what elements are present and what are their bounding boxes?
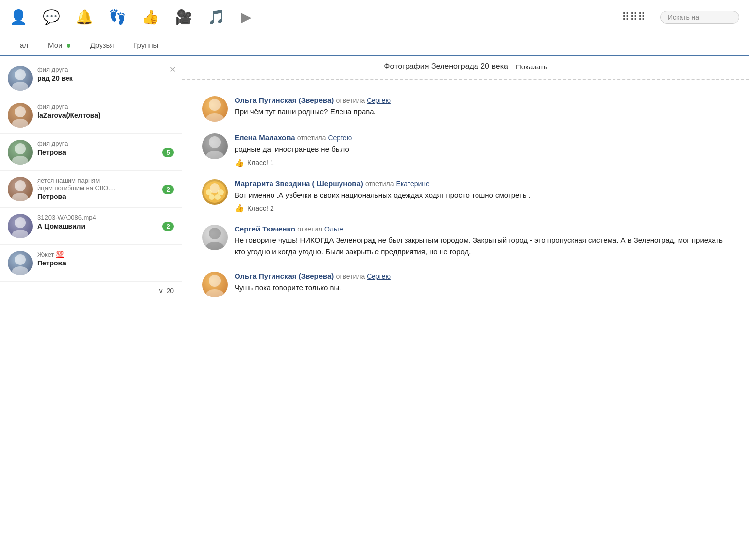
sidebar-item-1[interactable]: фия друга рад 20 век ✕	[0, 60, 182, 97]
thumbs-up-icon-2: 👍	[235, 158, 244, 167]
author-olga-1[interactable]: Ольга Пугинская (Зверева)	[235, 96, 334, 104]
author-elena[interactable]: Елена Малахова	[235, 133, 295, 142]
sidebar-label-6: Жжет 💯	[37, 251, 174, 258]
avatar-2	[8, 103, 33, 128]
comment-item-4: Сергей Ткаченко ответил Ольге Не говорит…	[202, 225, 729, 260]
search-box[interactable]: Искать на	[660, 11, 739, 24]
reply-prefix-3: ответила	[365, 180, 396, 188]
reply-to-4[interactable]: Ольге	[324, 225, 343, 233]
svg-point-22	[209, 228, 221, 239]
tab-gruppy[interactable]: Группы	[124, 37, 168, 53]
reply-to-2[interactable]: Сергею	[328, 134, 352, 142]
sidebar-count: 20	[166, 287, 174, 295]
search-placeholder: Искать на	[668, 13, 699, 21]
sidebar-text-2: фия друга laZarova(Желтова)	[37, 103, 174, 119]
svg-point-2	[15, 106, 26, 117]
main-layout: фия друга рад 20 век ✕ фия друга laZarov…	[0, 56, 749, 560]
badge-4: 2	[162, 185, 174, 194]
svg-point-3	[12, 119, 28, 128]
sidebar-item-3[interactable]: фия друга Петрова 5	[0, 134, 182, 171]
author-margarita[interactable]: Маргарита Звездина ( Шершунова)	[235, 179, 363, 188]
sidebar-title-3: Петрова	[37, 148, 157, 156]
svg-point-11	[12, 266, 28, 275]
svg-point-24	[209, 275, 221, 287]
comment-item-1: Ольга Пугинская (Зверева) ответила Серге…	[202, 96, 729, 122]
separator	[182, 79, 749, 80]
badge-3: 5	[162, 148, 174, 157]
svg-point-8	[15, 217, 26, 228]
content-area: Фотография Зеленограда 20 века Показать …	[182, 56, 749, 560]
reply-to-3[interactable]: Екатерине	[396, 180, 429, 188]
thumbs-up-icon-3: 👍	[235, 203, 244, 213]
avatar-1	[8, 66, 33, 91]
avatar-5	[8, 214, 33, 238]
profile-icon[interactable]: 👤	[10, 9, 27, 25]
svg-point-12	[209, 99, 221, 111]
sidebar: фия друга рад 20 век ✕ фия друга laZarov…	[0, 56, 182, 560]
sidebar-label-1: фия друга	[37, 66, 174, 73]
top-bar-icons: 👤 💬 🔔 👣 👍 🎥 🎵 ▶	[10, 9, 607, 25]
close-icon-1[interactable]: ✕	[170, 65, 176, 74]
sidebar-label-5: 31203-WA0086.mp4	[37, 214, 157, 221]
avatar-6	[8, 251, 33, 275]
sidebar-title-1: рад 20 век	[37, 74, 174, 82]
sidebar-text-1: фия друга рад 20 век	[37, 66, 174, 82]
comment-text-4: Не говорите чушь! НИКОГДА Зеленоград не …	[235, 235, 729, 257]
avatar-olga-2	[202, 272, 228, 297]
reply-to-1[interactable]: Сергею	[367, 97, 391, 104]
avatar-elena	[202, 133, 228, 159]
svg-point-21	[215, 194, 221, 200]
comment-header-2: Елена Малахова ответила Сергею	[235, 133, 729, 142]
show-link[interactable]: Показать	[516, 63, 547, 71]
svg-point-25	[206, 289, 224, 297]
comment-text-5: Чушь пока говорите только вы.	[235, 282, 729, 294]
comment-like-2[interactable]: 👍 Класс! 1	[235, 158, 729, 167]
like-count-2: Класс! 1	[247, 159, 274, 166]
play-button-icon[interactable]: ▶	[241, 9, 252, 25]
sidebar-item-2[interactable]: фия друга laZarova(Желтова)	[0, 97, 182, 134]
comment-body-5: Ольга Пугинская (Зверева) ответила Серге…	[235, 272, 729, 296]
content-header: Фотография Зеленограда 20 века Показать	[182, 56, 749, 77]
comment-like-3[interactable]: 👍 Класс! 2	[235, 203, 729, 213]
sidebar-item-4[interactable]: яется нашим парнямйцам погибшим на СВО..…	[0, 171, 182, 208]
content-title: Фотография Зеленограда 20 века	[384, 62, 508, 71]
music-note-icon[interactable]: 🎵	[208, 9, 225, 25]
comment-item-2: Елена Малахова ответила Сергею родные да…	[202, 133, 729, 167]
avatar-sergei	[202, 225, 228, 250]
svg-point-1	[12, 82, 28, 91]
sidebar-text-4: яется нашим парнямйцам погибшим на СВО..…	[37, 177, 157, 200]
tab-al[interactable]: ал	[10, 37, 38, 53]
svg-point-13	[206, 113, 224, 122]
author-sergei[interactable]: Сергей Ткаченко	[235, 225, 295, 233]
svg-point-18	[206, 189, 212, 195]
svg-point-9	[12, 230, 28, 238]
reply-prefix-1: ответила	[336, 97, 367, 104]
comment-header-5: Ольга Пугинская (Зверева) ответила Серге…	[235, 272, 729, 280]
avatar-4	[8, 177, 33, 201]
comment-header-3: Маргарита Звездина ( Шершунова) ответила…	[235, 179, 729, 188]
author-olga-2[interactable]: Ольга Пугинская (Зверева)	[235, 272, 334, 280]
svg-point-15	[206, 151, 224, 159]
chat-icon[interactable]: 💬	[43, 9, 60, 25]
nav-tabs: ал Мои Друзья Группы	[0, 34, 749, 56]
sidebar-label-4: яется нашим парнямйцам погибшим на СВО..…	[37, 177, 157, 192]
footprint-icon[interactable]: 👣	[109, 9, 126, 25]
chevron-down-icon: ∨	[158, 287, 163, 295]
grid-icon[interactable]: ⠿⠿⠿	[622, 11, 646, 24]
sidebar-bottom[interactable]: ∨ 20	[0, 282, 182, 299]
tab-moi[interactable]: Мои	[38, 37, 80, 53]
sidebar-label-3: фия друга	[37, 140, 157, 147]
reply-prefix-5: ответила	[336, 272, 367, 280]
svg-point-14	[209, 136, 221, 148]
reply-to-5[interactable]: Сергею	[367, 272, 391, 280]
svg-point-5	[12, 156, 28, 165]
like-thumb-icon[interactable]: 👍	[142, 9, 159, 25]
comment-text-3: Вот именно .А узбечки в своих национальн…	[235, 190, 729, 201]
sidebar-item-6[interactable]: Жжет 💯 Петрова	[0, 245, 182, 282]
comment-body-3: Маргарита Звездина ( Шершунова) ответила…	[235, 179, 729, 213]
sidebar-text-5: 31203-WA0086.mp4 А Цомашвили	[37, 214, 157, 230]
video-camera-icon[interactable]: 🎥	[175, 9, 192, 25]
sidebar-item-5[interactable]: 31203-WA0086.mp4 А Цомашвили 2	[0, 208, 182, 245]
tab-druzya[interactable]: Друзья	[80, 37, 124, 53]
bell-icon[interactable]: 🔔	[76, 9, 93, 25]
